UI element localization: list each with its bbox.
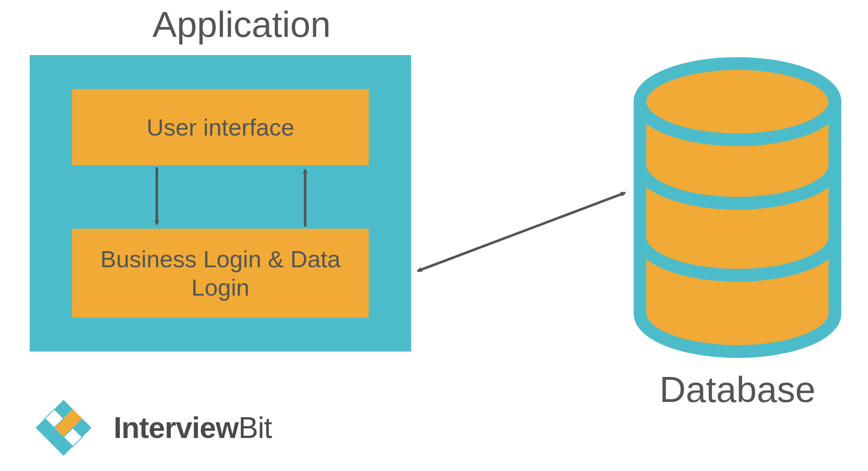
user-interface-box: User interface — [72, 89, 369, 165]
svg-point-0 — [640, 64, 835, 140]
database-label: Database — [627, 368, 848, 410]
brand-name-light: Bit — [238, 411, 272, 444]
database-icon — [627, 55, 848, 360]
brand-name-bold: Interview — [114, 411, 238, 444]
user-interface-label: User interface — [147, 114, 295, 141]
business-logic-label: Business Login & Data Login — [81, 245, 360, 302]
brand-logo-icon — [25, 398, 102, 457]
arrow-app-to-database — [417, 193, 625, 271]
brand-name: InterviewBit — [114, 411, 272, 445]
business-logic-box: Business Login & Data Login — [72, 229, 369, 318]
brand-logo: InterviewBit — [25, 398, 272, 457]
application-title: Application — [102, 3, 381, 45]
